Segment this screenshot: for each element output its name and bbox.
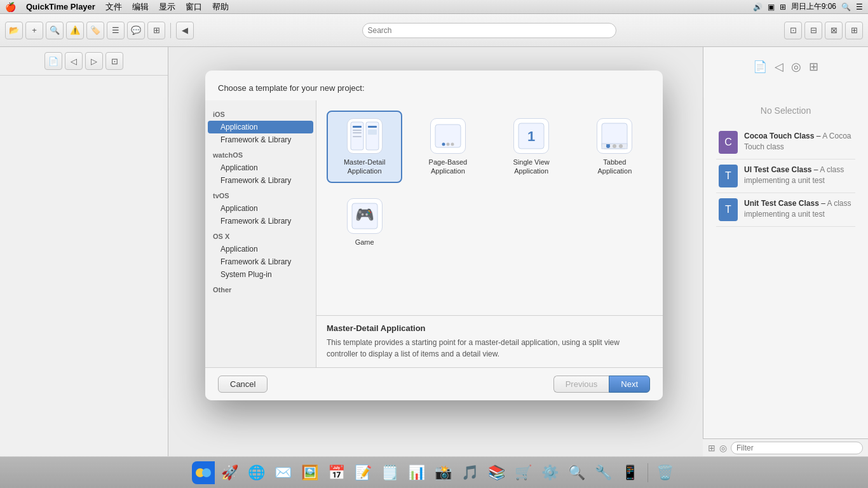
page-based-icon [430,118,466,154]
dock-safari[interactable]: 🌐 [245,461,269,485]
svg-point-9 [442,142,445,146]
dock-appstore[interactable]: 🛒 [512,461,536,485]
template-game[interactable]: 🎮 Game [327,191,402,254]
dock-finder[interactable] [191,461,215,485]
volume-icon: 🔊 [753,3,763,11]
template-sidebar: iOS Application Framework & Library watc… [205,100,316,367]
template-single-view[interactable]: 1 Single ViewApplication [494,111,569,184]
svg-rect-3 [353,130,362,131]
dock-photos2[interactable]: 📸 [431,461,456,485]
svg-rect-2 [353,126,362,128]
game-icon: 🎮 [347,198,383,234]
menu-view[interactable]: 显示 [159,1,175,13]
sidebar-item-watchos-framework[interactable]: Framework & Library [205,174,316,187]
template-desc-text: This template provides a starting point … [327,337,653,360]
master-detail-icon [347,118,383,154]
next-button[interactable]: Next [609,376,650,393]
dock-calendar[interactable]: 📅 [325,461,349,485]
svg-rect-19 [606,144,610,145]
menu-edit[interactable]: 编辑 [132,1,149,13]
menu-file[interactable]: 文件 [105,1,122,13]
sidebar-item-osx-plugin[interactable]: System Plug-in [205,268,316,281]
svg-rect-7 [368,130,377,135]
display-icon: ▣ [768,3,775,11]
sidebar-section-other: Other [205,281,316,296]
svg-point-25 [202,468,211,477]
template-page-based[interactable]: Page-BasedApplication [410,111,485,184]
dock-mail[interactable]: ✉️ [271,461,295,485]
dock-launchpad[interactable]: 🚀 [218,461,242,485]
dialog-footer: Cancel Previous Next [205,367,663,400]
dock-books[interactable]: 📚 [485,461,509,485]
template-grid: Master-DetailApplication Page- [316,100,663,316]
dialog-header: Choose a template for your new project: [205,71,663,100]
sidebar-section-watchos: watchOS [205,146,316,161]
game-label: Game [355,238,374,247]
svg-rect-5 [353,136,362,137]
svg-text:1: 1 [527,128,535,144]
dock-reminders[interactable]: 🗒️ [378,461,402,485]
nav-button-group: Previous Next [553,376,650,393]
sidebar-item-osx-application[interactable]: Application [205,243,316,255]
svg-point-18 [619,144,623,148]
sidebar-section-osx: OS X [205,227,316,243]
sidebar-section-tvos: tvOS [205,187,316,202]
tabbed-label: TabbedApplication [597,158,632,176]
svg-rect-4 [353,132,362,133]
dock-trash[interactable]: 🗑️ [653,461,677,485]
sidebar-item-osx-framework[interactable]: Framework & Library [205,255,316,268]
dock-spotlight[interactable]: 🔍 [565,461,589,485]
svg-point-10 [446,142,449,146]
menu-bar: 🍎 QuickTime Player 文件 编辑 显示 窗口 帮助 🔊 ▣ ⊞ … [0,0,868,14]
svg-point-17 [613,144,616,148]
list-icon[interactable]: ☰ [856,3,863,11]
template-dialog: Choose a template for your new project: … [205,71,663,400]
apple-menu[interactable]: 🍎 [5,2,16,12]
template-desc-title: Master-Detail Application [327,323,653,333]
dock-photos[interactable]: 🖼️ [298,461,322,485]
dock-simulator[interactable]: 📱 [618,461,642,485]
menu-window[interactable]: 窗口 [186,1,202,13]
sidebar-item-ios-application[interactable]: Application [208,121,313,133]
template-tabbed[interactable]: TabbedApplication [577,111,653,184]
dock-prefs[interactable]: ⚙️ [538,461,562,485]
sidebar-section-ios: iOS [205,105,316,121]
previous-button[interactable]: Previous [553,376,609,393]
page-based-label: Page-BasedApplication [429,158,468,176]
sidebar-item-tvos-framework[interactable]: Framework & Library [205,215,316,227]
svg-text:🎮: 🎮 [355,205,374,224]
sidebar-item-tvos-application[interactable]: Application [205,202,316,215]
dialog-title: Choose a template for your new project: [218,83,365,93]
single-view-icon: 1 [513,118,549,154]
template-grid-area: Master-DetailApplication Page- [316,100,663,367]
dock-separator [648,463,648,482]
master-detail-label: Master-DetailApplication [344,158,385,176]
dock-notes[interactable]: 📝 [351,461,376,485]
clock: 周日上午9:06 [791,1,836,12]
single-view-label: Single ViewApplication [513,158,549,176]
dock: 🚀 🌐 ✉️ 🖼️ 📅 📝 🗒️ 📊 📸 🎵 📚 🛒 ⚙️ 🔍 🔧 📱 🗑️ [0,456,868,488]
template-description: Master-Detail Application This template … [316,316,663,367]
dock-keynote[interactable]: 📊 [405,461,429,485]
sidebar-item-watchos-application[interactable]: Application [205,161,316,174]
search-icon[interactable]: 🔍 [841,3,851,11]
tabbed-icon [597,118,632,154]
app-name[interactable]: QuickTime Player [26,2,95,11]
svg-rect-6 [368,126,377,128]
cancel-button[interactable]: Cancel [218,376,268,393]
dock-music[interactable]: 🎵 [458,461,482,485]
dialog-overlay: Choose a template for your new project: … [0,14,868,456]
dialog-body: iOS Application Framework & Library watc… [205,100,663,367]
menu-help[interactable]: 帮助 [212,1,229,13]
dock-xcode[interactable]: 🔧 [592,461,616,485]
grid-icon: ⊞ [780,3,786,11]
sidebar-item-ios-framework[interactable]: Framework & Library [205,133,316,146]
svg-point-11 [451,142,454,146]
template-master-detail[interactable]: Master-DetailApplication [327,111,402,184]
